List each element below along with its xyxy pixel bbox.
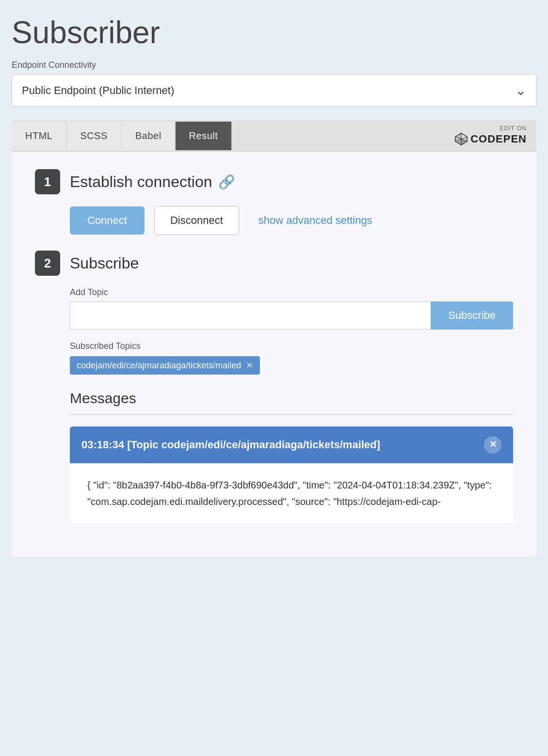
advanced-settings-link[interactable]: show advanced settings <box>258 214 372 227</box>
messages-title: Messages <box>70 390 513 407</box>
endpoint-label: Endpoint Connectivity <box>12 60 536 70</box>
message-card-header: 03:18:34 [Topic codejam/edi/ce/ajmaradia… <box>70 426 513 463</box>
step-2-block: 2 Subscribe Add Topic Subscribe Subscrib… <box>35 251 513 523</box>
chevron-down-icon: ⌄ <box>515 82 526 98</box>
subscribe-button[interactable]: Subscribe <box>431 301 513 330</box>
tab-result[interactable]: Result <box>176 122 232 150</box>
message-card-close-icon[interactable]: ✕ <box>484 436 501 454</box>
step-1-header: 1 Establish connection 🔗 <box>35 169 513 194</box>
step-1-number: 1 <box>35 169 60 194</box>
message-header-text: 03:18:34 [Topic codejam/edi/ce/ajmaradia… <box>81 438 380 453</box>
message-card: 03:18:34 [Topic codejam/edi/ce/ajmaradia… <box>70 426 513 523</box>
codepen-gem-icon <box>454 132 468 146</box>
codepen-logo[interactable]: EDIT ON CODEPEN <box>444 120 536 151</box>
tab-scss[interactable]: SCSS <box>66 122 121 150</box>
endpoint-select[interactable]: Public Endpoint (Public Internet) ⌄ <box>12 74 536 107</box>
codepen-edit-on-text: EDIT ON <box>500 125 527 132</box>
step-2-title: Subscribe <box>70 254 139 272</box>
step-2-number: 2 <box>35 251 60 276</box>
topic-tag: codejam/edi/ce/ajmaradiaga/tickets/maile… <box>70 356 260 375</box>
codepen-brand: CODEPEN <box>454 132 527 146</box>
connect-button[interactable]: Connect <box>70 206 145 235</box>
messages-divider <box>70 414 513 415</box>
tab-babel[interactable]: Babel <box>122 122 176 150</box>
message-card-body: { "id": "8b2aa397-f4b0-4b8a-9f73-3dbf690… <box>70 463 513 523</box>
endpoint-selected-value: Public Endpoint (Public Internet) <box>22 84 174 97</box>
topic-input-row: Subscribe <box>70 301 513 330</box>
topic-tag-close-icon[interactable]: ✕ <box>246 360 253 371</box>
link-icon: 🔗 <box>218 174 235 190</box>
codepen-container: HTML SCSS Babel Result EDIT ON CODEPEN <box>12 120 536 556</box>
disconnect-button[interactable]: Disconnect <box>154 206 239 235</box>
topic-input[interactable] <box>70 301 431 330</box>
subscribed-topics-label: Subscribed Topics <box>70 341 513 351</box>
add-topic-label: Add Topic <box>70 287 513 298</box>
topic-tag-text: codejam/edi/ce/ajmaradiaga/tickets/maile… <box>77 361 241 371</box>
page-title: Subscriber <box>12 15 536 50</box>
step-1-actions: Connect Disconnect show advanced setting… <box>35 206 513 235</box>
result-panel: 1 Establish connection 🔗 Connect Disconn… <box>12 152 536 556</box>
subscribe-body: Add Topic Subscribe Subscribed Topics co… <box>35 287 513 523</box>
step-1-block: 1 Establish connection 🔗 Connect Disconn… <box>35 169 513 235</box>
step-2-header: 2 Subscribe <box>35 251 513 276</box>
tab-html[interactable]: HTML <box>12 122 66 150</box>
codepen-header: HTML SCSS Babel Result EDIT ON CODEPEN <box>12 120 536 152</box>
codepen-brand-text: CODEPEN <box>470 133 527 145</box>
step-1-title: Establish connection 🔗 <box>70 173 235 191</box>
